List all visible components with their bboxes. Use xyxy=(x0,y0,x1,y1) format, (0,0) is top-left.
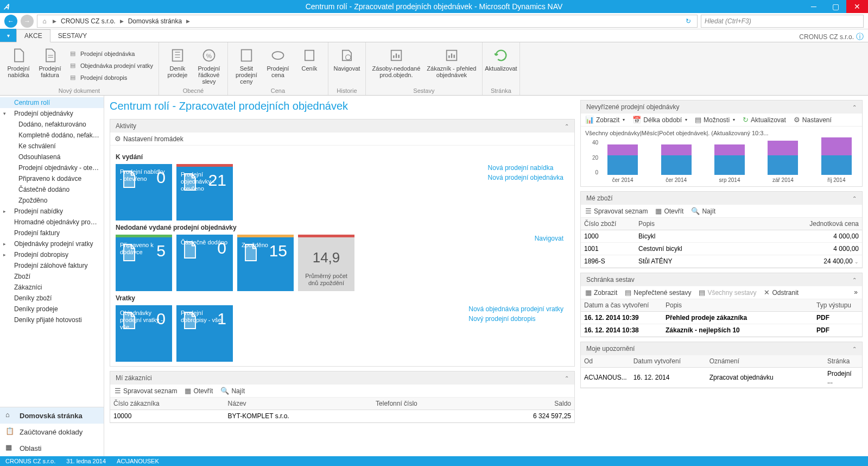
action-link[interactable]: Navigovat xyxy=(535,235,563,242)
sidebar-item[interactable]: Deníky prodeje xyxy=(0,304,104,314)
more-icon[interactable]: » xyxy=(854,288,858,297)
breadcrumb-item[interactable]: CRONUS CZ s.r.o. xyxy=(61,17,116,25)
close-button[interactable]: ✕ xyxy=(846,0,868,13)
sidebar-item[interactable]: Zákazníci xyxy=(0,282,104,293)
bottom-nav-item[interactable]: ▦Oblasti xyxy=(0,440,104,456)
activity-tile[interactable]: 0Částečně dodáno xyxy=(176,235,233,291)
action-link[interactable]: Nový prodejní dobropis xyxy=(468,315,563,323)
sidebar-item[interactable]: Částečně dodáno xyxy=(0,184,104,195)
sidebar-item[interactable]: Zpožděno xyxy=(0,195,104,206)
cenik-button[interactable]: Ceník xyxy=(294,45,325,86)
sidebar-item[interactable]: Zboží xyxy=(0,271,104,282)
col-header[interactable]: Popis xyxy=(662,299,813,312)
sidebar-item[interactable]: Centrum rolí xyxy=(0,97,104,108)
spravovat-seznam-button[interactable]: ☰Spravovat seznam xyxy=(585,207,648,215)
sidebar-item[interactable]: Hromadné objednávky prodeje xyxy=(0,217,104,228)
col-header[interactable]: Saldo xyxy=(477,398,574,410)
navigovat-button[interactable]: Navigovat xyxy=(332,45,362,86)
bottom-nav-item[interactable]: ⌂Domovská stránka xyxy=(0,407,104,424)
sidebar-item[interactable]: Prodejní objednávky xyxy=(0,108,104,119)
action-link[interactable]: Nová prodejní nabídka xyxy=(488,164,563,172)
collapse-icon[interactable]: ⌃ xyxy=(852,196,857,201)
nav-forward-button[interactable]: → xyxy=(21,15,34,28)
breadcrumb-item[interactable]: Domovská stránka xyxy=(128,17,182,25)
col-header[interactable]: Jednotková cena xyxy=(743,218,862,230)
refresh-icon[interactable]: ↻ xyxy=(683,17,694,25)
help-icon[interactable]: ⓘ xyxy=(856,32,864,42)
zakaznik-prehled-button[interactable]: Zákazník - přehled objednávek xyxy=(425,45,479,86)
bottom-nav-item[interactable]: 📋Zaúčtované doklady xyxy=(0,424,104,440)
sidebar-item[interactable]: Kompletně dodáno, nefaktur... xyxy=(0,130,104,141)
action-link[interactable]: Nová objednávka prodejní vratky xyxy=(468,305,563,313)
otevrit-button[interactable]: ▦Otevřít xyxy=(655,207,683,215)
delka-obdobi-button[interactable]: 📅Délka období▾ xyxy=(632,116,687,124)
aktualizovat-button[interactable]: Aktualizovat xyxy=(486,45,516,86)
najit-button[interactable]: 🔍Najít xyxy=(220,387,245,395)
breadcrumb[interactable]: ⌂ ▶ CRONUS CZ s.r.o. ▶ Domovská stránka … xyxy=(37,15,698,28)
activity-tile[interactable]: 14,9Průměrný počet dnů zpoždění xyxy=(298,235,354,291)
collapse-icon[interactable]: ⌃ xyxy=(852,104,857,110)
sidebar-item[interactable]: Prodejní nabídky xyxy=(0,206,104,217)
sidebar-item[interactable]: Prodejní objednávky - otevř... xyxy=(0,162,104,173)
minimize-button[interactable]: ─ xyxy=(803,0,825,13)
aktualizovat-button[interactable]: ↻Aktualizovat xyxy=(743,116,786,124)
col-header[interactable]: Typ výstupu xyxy=(813,299,862,312)
activity-tile[interactable]: 0Objednávky prodejní vratky - vše xyxy=(116,305,172,362)
table-row[interactable]: 1000Bicykl4 000,00 xyxy=(581,230,862,243)
maximize-button[interactable]: ▢ xyxy=(825,0,846,13)
moznosti-button[interactable]: ▤Možnosti▾ xyxy=(695,116,735,124)
zobrazit-button[interactable]: 📊Zobrazit▾ xyxy=(585,116,625,124)
sidebar-item[interactable]: Prodejní zálohové faktury xyxy=(0,260,104,271)
nav-back-button[interactable]: ← xyxy=(4,15,17,28)
sidebar-item[interactable]: Deníky přijaté hotovosti xyxy=(0,314,104,325)
prodejni-faktura-button[interactable]: Prodejní faktura xyxy=(35,45,65,86)
najit-button[interactable]: 🔍Najít xyxy=(691,207,715,215)
neprectene-button[interactable]: ▤Nepřečtené sestavy xyxy=(625,288,691,297)
objednavka-prodejni-vratky-button[interactable]: ▤Objednávka prodejní vratky xyxy=(66,60,155,71)
table-row[interactable]: AC\JANOUS...16. 12. 2014Zpracovat objedn… xyxy=(581,368,862,388)
prodejni-cena-button[interactable]: Prodejní cena xyxy=(263,45,293,86)
sidebar-item[interactable]: Dodáno, nefakturováno xyxy=(0,119,104,130)
sidebar-item[interactable]: Připraveno k dodávce xyxy=(0,173,104,184)
sidebar-item[interactable]: Prodejní faktury xyxy=(0,228,104,238)
odstranit-button[interactable]: ✕Odstranit xyxy=(764,288,799,297)
prodejni-dobropis-button[interactable]: ▤Prodejní dobropis xyxy=(66,72,155,83)
prodejni-nabidka-button[interactable]: Prodejní nabídka xyxy=(3,45,34,86)
collapse-icon[interactable]: ⌃ xyxy=(852,346,857,352)
table-row[interactable]: 10000BYT-KOMPLET s.r.o.6 324 597,25 xyxy=(110,410,574,423)
nastaveni-hromadek-button[interactable]: ⚙Nastavení hromádek xyxy=(115,135,183,143)
col-header[interactable]: Datum a čas vytvoření xyxy=(581,299,662,312)
table-row[interactable]: 16. 12. 2014 10:39Přehled prodeje zákazn… xyxy=(581,312,862,324)
activity-tile[interactable]: 15Zpožděno xyxy=(237,235,294,291)
col-header[interactable]: Číslo zboží xyxy=(581,218,635,230)
search-input[interactable]: Hledat (Ctrl+F3) xyxy=(701,15,864,28)
sidebar-item[interactable]: Prodejní dobropisy xyxy=(0,249,104,260)
tab-akce[interactable]: AKCE xyxy=(16,29,50,42)
activity-tile[interactable]: 0Prodejní nabídky - otevřeno xyxy=(116,164,172,221)
col-header[interactable]: Datum vytvoření xyxy=(630,355,706,368)
sidebar-item[interactable]: Objednávky prodejní vratky xyxy=(0,238,104,249)
sidebar-item[interactable]: Ke schválení xyxy=(0,141,104,152)
col-header[interactable]: Popis xyxy=(635,218,743,230)
spravovat-seznam-button[interactable]: ☰Spravovat seznam xyxy=(115,387,177,395)
table-row[interactable]: 1896-SStůl ATÉNY24 400,00 ⌄ xyxy=(581,255,862,268)
tab-sestavy[interactable]: SESTAVY xyxy=(50,30,95,42)
activity-tile[interactable]: 5Připraveno k dodávce xyxy=(116,235,172,291)
col-header[interactable]: Od xyxy=(581,355,630,368)
col-header[interactable]: Název xyxy=(225,398,373,410)
table-row[interactable]: 16. 12. 2014 10:38Zákazník - nejlepších … xyxy=(581,324,862,337)
collapse-icon[interactable]: ⌃ xyxy=(852,277,857,283)
col-header[interactable]: Oznámení xyxy=(706,355,824,368)
file-tab[interactable]: ▾ xyxy=(0,29,16,42)
collapse-icon[interactable]: ⌃ xyxy=(565,123,569,129)
sesit-prodejni-ceny-button[interactable]: Sešit prodejní ceny xyxy=(231,45,262,86)
activity-tile[interactable]: 21Prodejní objednávky - otevřeno xyxy=(176,164,233,221)
activity-tile[interactable]: 1Prodejní dobropisy - vše xyxy=(176,305,233,362)
table-row[interactable]: 1001Cestovní bicykl4 000,00 xyxy=(581,243,862,255)
prodejni-objednavka-button[interactable]: ▤Prodejní objednávka xyxy=(66,48,155,59)
vsechny-button[interactable]: ▤Všechny sestavy xyxy=(699,288,756,297)
col-header[interactable]: Číslo zákazníka xyxy=(110,398,225,410)
action-link[interactable]: Nová prodejní objednávka xyxy=(488,174,563,181)
sidebar-item[interactable]: Odsouhlasená xyxy=(0,152,104,162)
sidebar-item[interactable]: Deníky zboží xyxy=(0,293,104,304)
